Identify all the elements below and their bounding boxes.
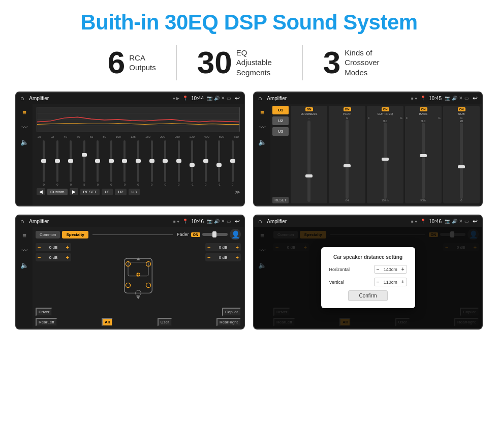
u2-preset-btn[interactable]: U2	[272, 116, 289, 125]
eq-graph	[37, 107, 240, 132]
bottom-labels-3b: RearLeft All User RearRight	[36, 318, 241, 326]
back-icon-3[interactable]: ↩	[235, 218, 240, 225]
home-icon-3[interactable]: ⌂	[20, 218, 24, 225]
home-icon-2[interactable]: ⌂	[258, 95, 262, 102]
rearright-btn[interactable]: RearRight	[216, 318, 241, 326]
db-plus-tl[interactable]: +	[66, 244, 69, 250]
db-plus-bl[interactable]: +	[66, 254, 69, 260]
amp-presets: U1 U2 U3 RESET	[272, 106, 289, 203]
horizontal-minus-btn[interactable]: −	[377, 266, 380, 272]
eq-bottom-bar: ◀ Custom ▶ RESET U1 U2 U3 ≫	[37, 188, 240, 195]
eq-icon[interactable]: ≡	[22, 109, 26, 116]
driver-btn[interactable]: Driver	[36, 308, 52, 316]
user-icon-btn[interactable]: 👤	[230, 229, 241, 240]
user-btn[interactable]: User	[158, 318, 172, 326]
speaker-icon[interactable]: 🔈	[20, 138, 28, 146]
status-bar-3: ⌂ Amplifier ■ ● 📍 10:46 📷 🔊 ✕ ▭ ↩	[16, 216, 244, 227]
db-minus-bl[interactable]: −	[38, 254, 41, 260]
bass-on-badge: ON	[420, 107, 427, 111]
bass-title: BASS	[419, 112, 427, 115]
loudness-group: ON LOUDNESS ~	[291, 106, 327, 203]
close-icon-1: ✕	[221, 96, 225, 101]
home-icon-4[interactable]: ⌂	[258, 218, 262, 225]
copilot-btn[interactable]: Copilot	[222, 308, 241, 316]
fader-track[interactable]	[202, 233, 228, 236]
phat-on-badge: ON	[344, 107, 351, 111]
eq-slider-2: 0	[65, 140, 77, 186]
vertical-plus-btn[interactable]: +	[401, 279, 404, 285]
u1-preset-btn[interactable]: U1	[272, 106, 289, 114]
db-plus-br[interactable]: +	[236, 254, 239, 260]
horizontal-control: − 140cm +	[374, 265, 407, 274]
db-value-tl: 0 dB	[42, 245, 64, 250]
speaker-icon-3[interactable]: 🔈	[20, 261, 28, 269]
speaker-icon-2[interactable]: 🔈	[258, 138, 266, 146]
eq-sliders: 0 0 0 5 0 0 0 0 0 0 0 -1 0 -1 0	[37, 140, 240, 186]
u3-preset-btn[interactable]: U3	[272, 127, 289, 136]
back-icon-2[interactable]: ↩	[473, 95, 478, 102]
reset-btn[interactable]: RESET	[80, 189, 100, 195]
home-icon[interactable]: ⌂	[20, 95, 24, 102]
stat-rca: 6 RCAOutputs	[87, 47, 176, 78]
horizontal-label: Horizontal	[329, 267, 360, 272]
screenshots-grid: ⌂ Amplifier ● ▶ 📍 10:44 📷 🔊 ✕ ▭ ↩ ≡ 〰 🔈	[15, 92, 483, 330]
window-icon-2: ▭	[464, 96, 469, 101]
phat-title: PHAT	[343, 112, 351, 115]
specialty-tab[interactable]: Specialty	[62, 231, 88, 238]
svg-marker-14	[136, 257, 140, 260]
common-tab[interactable]: Common	[36, 231, 60, 238]
screen-content-4: ≡ 〰 🔈 Common Specialty ON 👤	[254, 227, 482, 328]
status-time-1: 10:44	[191, 96, 204, 101]
left-controls: − 0 dB + − 0 dB +	[36, 243, 71, 306]
status-icons-4: 📷 🔊 ✕ ▭ ↩	[445, 218, 478, 225]
eq-slider-12: 0	[199, 140, 212, 186]
db-minus-tl[interactable]: −	[38, 244, 41, 250]
back-icon-1[interactable]: ↩	[235, 95, 240, 102]
tab-divider	[92, 234, 173, 235]
amp-reset-btn[interactable]: RESET	[272, 197, 289, 203]
screenshot-eq: ⌂ Amplifier ● ▶ 📍 10:44 📷 🔊 ✕ ▭ ↩ ≡ 〰 🔈	[15, 92, 245, 206]
eq-slider-7: 0	[132, 140, 145, 186]
camera-icon-3: 📷	[207, 219, 212, 224]
stat-number-eq: 30	[197, 47, 232, 78]
horizontal-plus-btn[interactable]: +	[401, 266, 404, 272]
close-icon-4: ✕	[459, 219, 463, 224]
status-bar-4: ⌂ Amplifier ■ ● 📍 10:46 📷 🔊 ✕ ▭ ↩	[254, 216, 482, 227]
preset-custom-btn[interactable]: Custom	[47, 189, 68, 195]
eq-slider-8: 0	[145, 140, 158, 186]
db-minus-br[interactable]: −	[207, 254, 210, 260]
sidebar-1: ≡ 〰 🔈	[16, 104, 33, 205]
all-btn[interactable]: All	[102, 318, 113, 326]
fader-thumb	[212, 231, 216, 237]
svg-point-9	[146, 283, 150, 287]
status-icons-2: 📷 🔊 ✕ ▭ ↩	[445, 95, 478, 102]
eq-icon-3[interactable]: ≡	[22, 232, 26, 240]
fader-on-badge: ON	[191, 232, 201, 237]
db-plus-tr[interactable]: +	[236, 244, 239, 250]
status-time-4: 10:46	[429, 219, 442, 224]
eq-prev-btn[interactable]: ◀	[37, 188, 45, 195]
db-control-br: − 0 dB +	[205, 253, 241, 261]
eq-next-btn[interactable]: ▶	[70, 188, 78, 195]
u2-btn[interactable]: U2	[115, 189, 126, 195]
svg-marker-15	[136, 296, 140, 298]
back-icon-4[interactable]: ↩	[473, 218, 478, 225]
wave-icon[interactable]: 〰	[21, 124, 28, 131]
eq-icon-2[interactable]: ≡	[260, 109, 264, 116]
wave-icon-2[interactable]: 〰	[259, 124, 266, 131]
confirm-button[interactable]: Confirm	[348, 290, 387, 301]
u1-btn[interactable]: U1	[102, 189, 113, 195]
pin-icon-4: 📍	[420, 219, 426, 224]
stat-label-eq: EQ AdjustableSegments	[236, 48, 282, 78]
bottom-labels-3: Driver Copilot	[36, 308, 241, 316]
status-dots-4: ■ ●	[411, 219, 417, 224]
eq-slider-14: 0	[226, 140, 239, 186]
u3-btn[interactable]: U3	[129, 189, 140, 195]
speaker-layout: − 0 dB + − 0 dB +	[36, 243, 241, 306]
window-icon-3: ▭	[227, 219, 231, 224]
vertical-minus-btn[interactable]: −	[377, 279, 380, 285]
wave-icon-3[interactable]: 〰	[21, 247, 28, 254]
rearleft-btn[interactable]: RearLeft	[36, 318, 57, 326]
db-minus-tr[interactable]: −	[207, 244, 210, 250]
status-title-1: Amplifier	[29, 96, 170, 101]
